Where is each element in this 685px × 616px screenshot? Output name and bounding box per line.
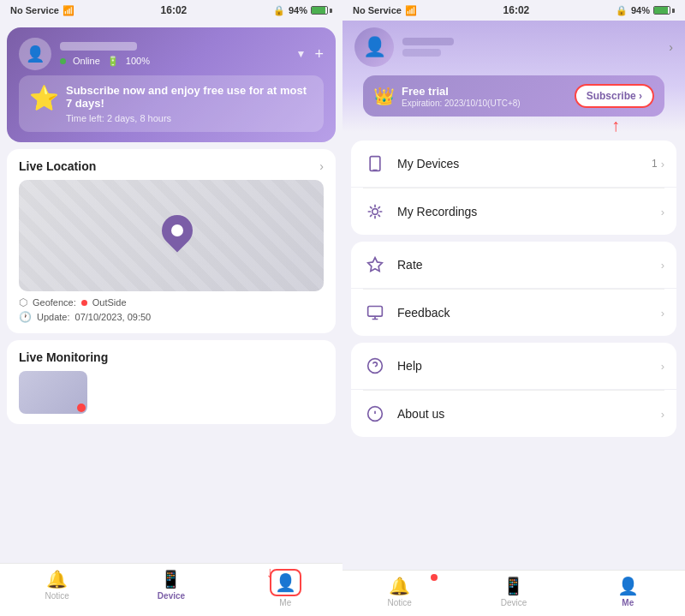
live-location-card: Live Location › ⬡ Geofence: OutSide 🕐 bbox=[7, 149, 336, 333]
device-icon: 📱 bbox=[160, 569, 182, 589]
geofence-label: Geofence: bbox=[33, 297, 76, 308]
right-header: 👤 › 👑 Free trial Expiration: 2023/10/10(… bbox=[342, 21, 685, 132]
nav-me-border: 👤 bbox=[270, 569, 301, 596]
monitoring-preview bbox=[19, 371, 324, 414]
help-icon bbox=[363, 354, 387, 378]
update-value: 07/10/2023, 09:50 bbox=[75, 312, 152, 322]
my-devices-badge: 1 bbox=[652, 158, 658, 170]
feedback-icon bbox=[363, 301, 387, 325]
username-blur-1 bbox=[402, 38, 454, 45]
crown-icon: 👑 bbox=[373, 86, 395, 106]
help-chevron: › bbox=[661, 360, 664, 373]
rnav-me[interactable]: 👤 Me bbox=[571, 576, 685, 607]
right-username-block bbox=[402, 38, 454, 57]
svg-rect-0 bbox=[370, 157, 380, 171]
user-info: Online 🔋 100% bbox=[60, 42, 296, 67]
online-dot bbox=[60, 58, 66, 64]
trial-title: Free trial bbox=[402, 85, 568, 98]
right-lock-icon: 🔒 bbox=[616, 5, 628, 16]
lock-icon: 🔒 bbox=[273, 5, 285, 16]
battery-icon: 🔋 bbox=[107, 56, 119, 67]
my-devices-label: My Devices bbox=[397, 157, 652, 170]
banner-header: 👤 Online 🔋 100% ▼ + bbox=[19, 38, 324, 70]
username-blur-2 bbox=[402, 49, 441, 57]
right-signal: No Service 📶 bbox=[353, 5, 417, 16]
update-label: Update: bbox=[37, 312, 70, 322]
nav-notice[interactable]: 🔔 Notice bbox=[0, 569, 114, 607]
live-location-title: Live Location bbox=[19, 159, 96, 173]
battery-label: 100% bbox=[126, 56, 150, 66]
wifi-icon: 📶 bbox=[63, 5, 74, 16]
rnav-device[interactable]: 📱 Device bbox=[456, 576, 570, 607]
my-devices-chevron: › bbox=[661, 158, 664, 170]
rnav-me-label: Me bbox=[622, 598, 634, 607]
nav-notice-label: Notice bbox=[45, 591, 68, 601]
online-label: Online bbox=[73, 56, 100, 66]
nav-me[interactable]: 👤 Me ↓ bbox=[229, 569, 342, 607]
about-us-chevron: › bbox=[661, 408, 664, 421]
recordings-icon bbox=[363, 200, 387, 224]
nav-device-label: Device bbox=[158, 591, 185, 601]
battery-percent: 94% bbox=[289, 5, 307, 15]
rnav-notice[interactable]: 🔔 Notice bbox=[342, 576, 456, 607]
feedback-item[interactable]: Feedback › bbox=[351, 290, 676, 336]
promo-text: Subscribe now and enjoy free use for at … bbox=[66, 84, 313, 123]
nav-me-label: Me bbox=[279, 598, 291, 607]
subscribe-button[interactable]: Subscribe › bbox=[575, 84, 654, 108]
map-area bbox=[19, 180, 324, 291]
my-recordings-item[interactable]: My Recordings › bbox=[351, 188, 676, 235]
help-about-card: Help › About us › bbox=[351, 343, 676, 437]
live-monitoring-card: Live Monitoring bbox=[7, 340, 336, 424]
rnav-notice-label: Notice bbox=[387, 598, 411, 607]
about-us-label: About us bbox=[397, 407, 661, 421]
right-battery-percent: 94% bbox=[631, 5, 650, 15]
right-status-bar: No Service 📶 16:02 🔒 94% bbox=[342, 0, 685, 21]
promo-title: Subscribe now and enjoy free use for at … bbox=[66, 84, 313, 110]
battery-bar bbox=[311, 6, 332, 15]
my-recordings-label: My Recordings bbox=[397, 205, 661, 218]
left-time: 16:02 bbox=[161, 4, 188, 16]
user-banner: 👤 Online 🔋 100% ▼ + ⭐ Subscribe now and … bbox=[7, 27, 336, 142]
left-status-bar: No Service 📶 16:02 🔒 94% bbox=[0, 0, 342, 21]
trial-banner: 👑 Free trial Expiration: 2023/10/10(UTC+… bbox=[363, 75, 664, 117]
feedback-label: Feedback bbox=[397, 306, 661, 320]
left-panel: No Service 📶 16:02 🔒 94% 👤 Online 🔋 100% bbox=[0, 0, 342, 616]
outside-dot bbox=[81, 300, 87, 306]
person-icon: 👤 bbox=[275, 573, 296, 592]
live-monitoring-header[interactable]: Live Monitoring bbox=[19, 350, 324, 364]
rnav-device-label: Device bbox=[501, 598, 527, 607]
banner-icons: ▼ + bbox=[296, 45, 324, 63]
left-signal: No Service 📶 bbox=[10, 5, 74, 16]
about-us-item[interactable]: About us › bbox=[351, 391, 676, 437]
right-user-row[interactable]: 👤 › bbox=[354, 27, 673, 67]
rate-icon bbox=[363, 253, 387, 277]
trial-expiry: Expiration: 2023/10/10(UTC+8) bbox=[402, 99, 568, 108]
about-icon bbox=[363, 402, 387, 426]
update-row: 🕐 Update: 07/10/2023, 09:50 bbox=[19, 311, 324, 323]
add-icon[interactable]: + bbox=[314, 45, 324, 63]
my-devices-item[interactable]: My Devices 1 › bbox=[351, 141, 676, 188]
arrow-indicator: ↓ bbox=[266, 564, 274, 582]
right-time: 16:02 bbox=[503, 4, 530, 16]
rnav-device-icon: 📱 bbox=[503, 576, 524, 596]
rate-item[interactable]: Rate › bbox=[351, 242, 676, 289]
help-label: Help bbox=[397, 359, 661, 373]
help-item[interactable]: Help › bbox=[351, 343, 676, 390]
banner-status: Online 🔋 100% bbox=[60, 56, 296, 67]
live-location-header[interactable]: Live Location › bbox=[19, 159, 324, 173]
right-wifi-icon: 📶 bbox=[405, 5, 417, 16]
right-battery-bar bbox=[653, 6, 675, 15]
devices-icon bbox=[363, 152, 387, 176]
promo-time-left: Time left: 2 days, 8 hours bbox=[66, 113, 313, 123]
rate-label: Rate bbox=[397, 258, 661, 272]
dropdown-icon[interactable]: ▼ bbox=[296, 48, 307, 60]
clock-icon: 🕐 bbox=[19, 311, 32, 323]
geofence-icon: ⬡ bbox=[19, 296, 27, 308]
devices-recordings-card: My Devices 1 › My Recordings › bbox=[351, 141, 676, 235]
svg-marker-3 bbox=[368, 258, 383, 272]
monitor-thumb-1 bbox=[19, 371, 87, 414]
feedback-chevron: › bbox=[661, 307, 664, 320]
nav-device[interactable]: 📱 Device bbox=[114, 569, 228, 607]
right-bottom-nav: 🔔 Notice 📱 Device 👤 Me bbox=[342, 570, 685, 616]
left-bottom-nav: 🔔 Notice 📱 Device 👤 Me ↓ bbox=[0, 563, 342, 616]
